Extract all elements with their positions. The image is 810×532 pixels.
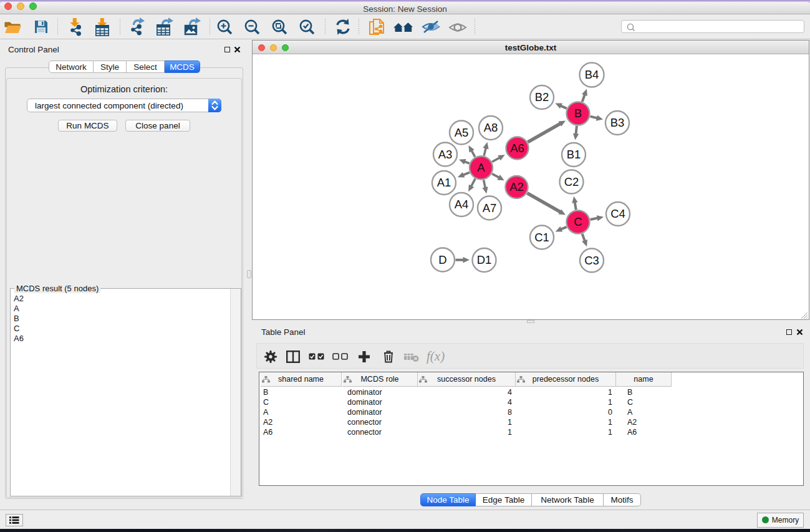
- svg-text:B3: B3: [610, 117, 625, 130]
- svg-text:A6: A6: [510, 142, 524, 155]
- svg-text:B4: B4: [585, 69, 599, 82]
- svg-text:C2: C2: [564, 175, 579, 188]
- svg-text:A3: A3: [438, 148, 453, 161]
- svg-text:B2: B2: [535, 91, 549, 104]
- svg-text:B: B: [574, 107, 582, 120]
- svg-text:C1: C1: [534, 231, 549, 244]
- svg-text:A: A: [477, 162, 485, 175]
- svg-text:B1: B1: [567, 148, 581, 162]
- svg-text:D: D: [438, 253, 446, 266]
- svg-text:A1: A1: [437, 177, 451, 190]
- svg-text:A5: A5: [455, 126, 469, 139]
- svg-text:A4: A4: [455, 198, 469, 211]
- svg-text:A2: A2: [509, 181, 524, 194]
- svg-text:A7: A7: [483, 201, 497, 215]
- svg-text:C3: C3: [584, 254, 599, 267]
- svg-text:D1: D1: [477, 254, 492, 267]
- svg-text:C4: C4: [610, 208, 625, 221]
- svg-text:A8: A8: [484, 122, 498, 135]
- svg-text:C: C: [574, 216, 582, 229]
